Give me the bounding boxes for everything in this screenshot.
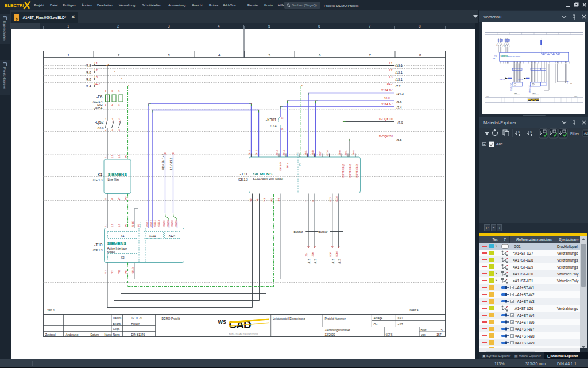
svg-text:/CE:1.3: /CE:1.3 bbox=[93, 248, 103, 252]
svg-text:nach: nach bbox=[574, 95, 578, 97]
svg-text:V2: V2 bbox=[111, 270, 114, 274]
svg-text:13: 13 bbox=[281, 116, 284, 119]
svg-text:/7.1: /7.1 bbox=[570, 83, 573, 85]
svg-text:W2: W2 bbox=[118, 270, 121, 274]
svg-text:von 4: von 4 bbox=[48, 308, 55, 312]
svg-text:/6.5: /6.5 bbox=[397, 138, 402, 141]
svg-text:2: 2 bbox=[118, 53, 120, 57]
svg-text:/CE:1.3: /CE:1.3 bbox=[93, 178, 103, 182]
svg-text:3: 3 bbox=[112, 118, 114, 121]
svg-text:Zeichnungsnummer: Zeichnungsnummer bbox=[325, 328, 351, 332]
svg-text:5: 5 bbox=[441, 328, 443, 332]
svg-text:-K1: -K1 bbox=[96, 172, 103, 177]
svg-text:X21.1: X21.1 bbox=[248, 149, 251, 155]
svg-text:Änderung: Änderung bbox=[66, 333, 79, 336]
svg-text:3: 3 bbox=[168, 53, 171, 57]
svg-text:Busbar: Busbar bbox=[319, 230, 328, 233]
svg-text:DCP: DCP bbox=[329, 252, 332, 257]
svg-text:L1: L1 bbox=[95, 62, 98, 65]
svg-text:SIEMENS: SIEMENS bbox=[253, 171, 273, 177]
svg-text:X2: X2 bbox=[121, 256, 124, 259]
svg-text:U: U bbox=[104, 198, 107, 200]
svg-text:EP+24V: EP+24V bbox=[279, 162, 282, 170]
svg-text:-F..: -F.. bbox=[496, 44, 498, 47]
svg-text:/CE: /CE bbox=[493, 57, 495, 59]
svg-text:DCP: DCP bbox=[329, 197, 332, 202]
svg-text:5: 5 bbox=[118, 90, 120, 93]
svg-text:ALL: ALL bbox=[584, 132, 588, 135]
svg-text:10.b′: 10.b′ bbox=[384, 97, 390, 100]
svg-text:Blatt: Blatt bbox=[421, 328, 427, 332]
svg-text:-Q52: -Q52 bbox=[95, 120, 104, 125]
svg-text:Zustand: Zustand bbox=[45, 333, 56, 336]
svg-text:-K301: -K301 bbox=[266, 118, 277, 122]
svg-text:L3: L3 bbox=[389, 75, 393, 79]
svg-text:/13.1: /13.1 bbox=[396, 64, 403, 67]
svg-text:W: W bbox=[118, 198, 121, 200]
svg-text:X124.1: X124.1 bbox=[163, 219, 165, 227]
svg-text:X121.1: X121.1 bbox=[146, 219, 149, 227]
svg-text:Anlage: Anlage bbox=[374, 316, 383, 320]
svg-text:SHLD: SHLD bbox=[131, 221, 134, 227]
svg-text:X24+: X24+ bbox=[304, 150, 307, 155]
svg-text:PE: PE bbox=[125, 224, 127, 227]
svg-text:-T10: -T10 bbox=[94, 243, 103, 247]
svg-text:X21.3: X21.3 bbox=[276, 149, 278, 155]
svg-text:PE': PE' bbox=[125, 196, 127, 200]
svg-text:DCM: DCM bbox=[335, 251, 338, 256]
svg-text:X1M: X1M bbox=[311, 252, 314, 256]
svg-text:PE: PE bbox=[137, 224, 140, 227]
svg-text:6: 6 bbox=[119, 128, 121, 131]
svg-text:-T11: -T11 bbox=[240, 172, 248, 176]
svg-text:Datum: Datum bbox=[91, 333, 99, 336]
svg-text:/1.4: /1.4 bbox=[86, 85, 91, 88]
svg-text:DIN 81346: DIN 81346 bbox=[131, 333, 145, 336]
svg-text:PE': PE' bbox=[125, 270, 127, 273]
svg-text:von: von bbox=[486, 95, 489, 97]
svg-text:/10.6: /10.6 bbox=[97, 126, 103, 130]
svg-text:PE2: PE2 bbox=[95, 82, 100, 86]
svg-text:M: M bbox=[312, 200, 315, 201]
svg-text:ELECTRI: ELECTRI bbox=[5, 3, 24, 8]
svg-text:SH: SH bbox=[277, 198, 280, 202]
svg-text:8: 8 bbox=[419, 53, 421, 57]
svg-text:DRIVE-CLiQ: DRIVE-CLiQ bbox=[349, 164, 351, 178]
svg-text:+ST: +ST bbox=[398, 323, 403, 326]
svg-text:4: 4 bbox=[112, 128, 114, 131]
svg-text:Datum: Datum bbox=[113, 316, 122, 320]
svg-text:2: 2 bbox=[105, 128, 107, 131]
svg-text:WS: WS bbox=[218, 319, 227, 325]
svg-text:V: V bbox=[111, 198, 114, 200]
svg-text:14: 14 bbox=[281, 127, 284, 130]
svg-text:7: 7 bbox=[369, 53, 372, 57]
svg-text:D-CQK201: D-CQK201 bbox=[379, 135, 393, 138]
svg-text:X124: X124 bbox=[169, 234, 176, 237]
svg-text:X200: X200 bbox=[338, 150, 341, 155]
svg-text:=A1: =A1 bbox=[398, 316, 403, 320]
svg-text:D-CQX100: D-CQX100 bbox=[379, 117, 393, 121]
svg-text:-Q..: -Q.. bbox=[503, 44, 506, 47]
svg-text:/4.8: /4.8 bbox=[86, 64, 91, 67]
svg-text:X124.3: X124.3 bbox=[171, 219, 173, 227]
svg-text:DCP: DCP bbox=[319, 151, 322, 156]
svg-text:157: 157 bbox=[436, 333, 442, 336]
svg-text:EP M: EP M bbox=[286, 163, 289, 168]
svg-text:Leistungsteil Einspeisung: Leistungsteil Einspeisung bbox=[273, 317, 305, 320]
svg-text:S120 Active Line Modul: S120 Active Line Modul bbox=[253, 177, 283, 181]
svg-text:U2: U2 bbox=[104, 270, 107, 274]
svg-text:Name: Name bbox=[105, 333, 113, 336]
svg-text:L1: L1 bbox=[104, 155, 107, 158]
svg-text:SIEMENS: SIEMENS bbox=[108, 172, 127, 177]
svg-text:6: 6 bbox=[118, 103, 120, 106]
svg-text:S120 ALM: S120 ALM bbox=[501, 58, 507, 60]
svg-text:Projekt-Nummer: Projekt-Nummer bbox=[325, 317, 346, 320]
svg-text:PE: PE bbox=[270, 198, 273, 202]
svg-text:L2: L2 bbox=[111, 155, 114, 158]
svg-text:W2: W2 bbox=[263, 198, 266, 202]
svg-text:/7.6: /7.6 bbox=[398, 121, 403, 124]
svg-text:X201: X201 bbox=[345, 150, 347, 155]
svg-text:PE: PE bbox=[296, 152, 299, 156]
svg-text:X202: X202 bbox=[352, 150, 355, 155]
svg-text:Bearb.: Bearb. bbox=[113, 322, 122, 325]
svg-text:12/2020: 12/2020 bbox=[325, 333, 335, 336]
